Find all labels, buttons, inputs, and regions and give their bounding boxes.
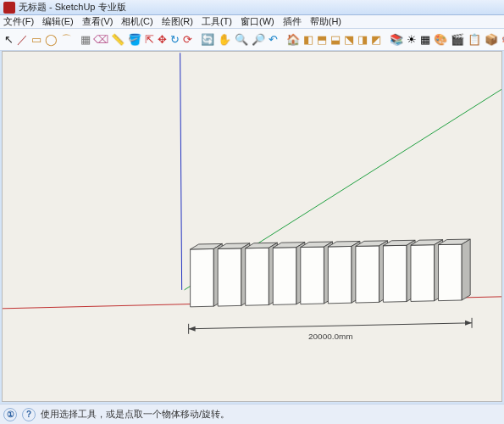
model-info-icon[interactable]: 🏠 bbox=[285, 32, 301, 47]
pushpull-tool-icon[interactable]: ⇱ bbox=[144, 32, 155, 47]
component-tool-icon[interactable]: ▦ bbox=[80, 32, 91, 47]
front-view-icon[interactable]: ⬓ bbox=[330, 32, 341, 47]
iso-view-icon[interactable]: ◧ bbox=[302, 32, 314, 47]
eraser-tool-icon[interactable]: ⌫ bbox=[93, 32, 108, 47]
rect-tool-icon[interactable]: ▭ bbox=[30, 32, 42, 47]
shadow-icon[interactable]: ☀ bbox=[406, 32, 418, 47]
dimension-text: 20000.0mm bbox=[308, 332, 353, 341]
svg-marker-25 bbox=[411, 245, 435, 302]
move-tool-icon[interactable]: ✥ bbox=[157, 32, 168, 47]
menu-plugins[interactable]: 插件 bbox=[283, 15, 302, 28]
menu-tools[interactable]: 工具(T) bbox=[202, 15, 232, 28]
styles-icon[interactable]: 🎨 bbox=[433, 32, 448, 47]
help-icon[interactable]: ? bbox=[22, 408, 36, 421]
xray-icon[interactable]: ▦ bbox=[419, 32, 431, 47]
svg-marker-22 bbox=[383, 245, 407, 302]
tape-tool-icon[interactable]: 📏 bbox=[110, 32, 125, 47]
back-view-icon[interactable]: ◨ bbox=[357, 32, 368, 47]
viewport-canvas[interactable]: 20000.0mm bbox=[3, 52, 501, 401]
svg-rect-0 bbox=[3, 53, 501, 399]
line-tool-icon[interactable]: ／ bbox=[16, 32, 29, 47]
layers-icon[interactable]: 📚 bbox=[389, 32, 404, 47]
menu-view[interactable]: 查看(V) bbox=[82, 15, 114, 28]
pan-tool-icon[interactable]: ✋ bbox=[217, 32, 232, 47]
scenes-icon[interactable]: 🎬 bbox=[450, 32, 465, 47]
zoom-extents-icon[interactable]: 🔎 bbox=[251, 32, 266, 47]
left-view-icon[interactable]: ◩ bbox=[370, 32, 382, 47]
outliner-icon[interactable]: 📋 bbox=[467, 32, 482, 47]
model-boxes bbox=[191, 239, 471, 307]
materials-icon[interactable]: 🎭 bbox=[501, 32, 504, 47]
menu-camera[interactable]: 相机(C) bbox=[121, 15, 152, 28]
status-hint: 使用选择工具，或是点取一个物体移动/旋转。 bbox=[41, 408, 230, 421]
components-icon[interactable]: 📦 bbox=[484, 32, 499, 47]
window-titlebar: 无标题 - SketchUp 专业版 bbox=[0, 0, 504, 15]
svg-marker-16 bbox=[328, 246, 352, 303]
select-tool-icon[interactable]: ↖ bbox=[3, 32, 14, 47]
menu-window[interactable]: 窗口(W) bbox=[241, 15, 274, 28]
window-title: 无标题 - SketchUp 专业版 bbox=[19, 1, 126, 14]
svg-marker-13 bbox=[301, 247, 324, 304]
toolbar: ↖ ／ ▭ ◯ ⌒ ▦ ⌫ 📏 🪣 ⇱ ✥ ↻ ⟳ 🔄 ✋ 🔍 🔎 ↶ 🏠 ◧ … bbox=[0, 29, 504, 51]
svg-marker-19 bbox=[356, 246, 379, 303]
model-viewport[interactable]: 20000.0mm bbox=[2, 51, 502, 402]
svg-marker-28 bbox=[439, 244, 462, 301]
menu-help[interactable]: 帮助(H) bbox=[310, 15, 341, 28]
statusbar: ① ? 使用选择工具，或是点取一个物体移动/旋转。 bbox=[0, 404, 504, 424]
svg-marker-1 bbox=[191, 248, 214, 306]
paint-tool-icon[interactable]: 🪣 bbox=[127, 32, 142, 47]
svg-marker-30 bbox=[462, 239, 470, 300]
app-icon bbox=[3, 2, 15, 14]
menu-file[interactable]: 文件(F) bbox=[3, 15, 34, 28]
arc-tool-icon[interactable]: ⌒ bbox=[60, 32, 73, 47]
menu-draw[interactable]: 绘图(R) bbox=[162, 15, 193, 28]
svg-marker-7 bbox=[246, 248, 269, 305]
orbit-tool-icon[interactable]: 🔄 bbox=[200, 32, 215, 47]
svg-marker-10 bbox=[273, 248, 296, 305]
top-view-icon[interactable]: ⬒ bbox=[316, 32, 328, 47]
menubar: 文件(F) 编辑(E) 查看(V) 相机(C) 绘图(R) 工具(T) 窗口(W… bbox=[0, 15, 504, 29]
menu-edit[interactable]: 编辑(E) bbox=[42, 15, 74, 28]
rotate-tool-icon[interactable]: ↻ bbox=[169, 32, 180, 47]
prev-view-icon[interactable]: ↶ bbox=[268, 32, 279, 47]
zoom-tool-icon[interactable]: 🔍 bbox=[234, 32, 249, 47]
offset-tool-icon[interactable]: ⟳ bbox=[182, 32, 193, 47]
svg-marker-4 bbox=[218, 248, 241, 306]
info-icon[interactable]: ① bbox=[3, 408, 17, 421]
circle-tool-icon[interactable]: ◯ bbox=[44, 32, 58, 47]
right-view-icon[interactable]: ⬔ bbox=[343, 32, 355, 47]
